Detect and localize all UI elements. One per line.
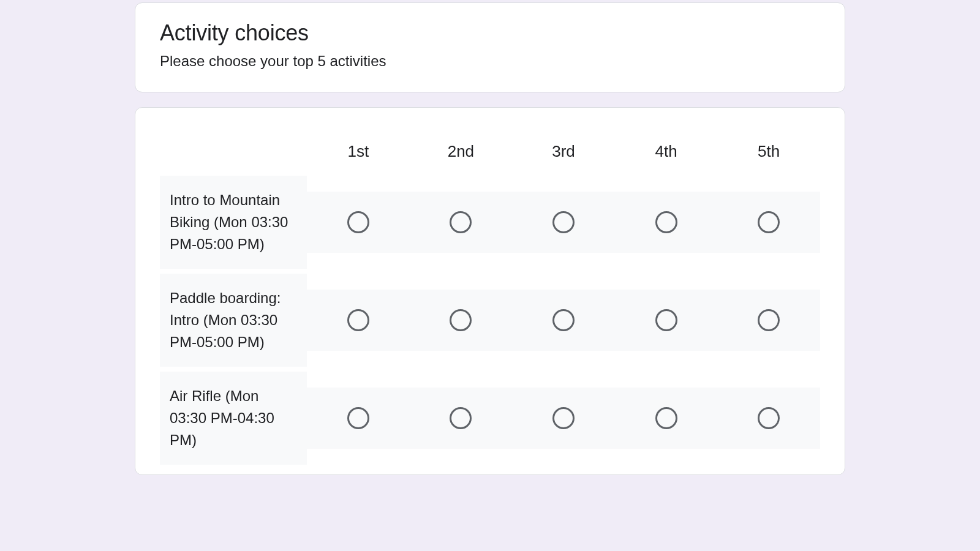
radio-cell bbox=[615, 192, 718, 253]
radio-button[interactable] bbox=[552, 211, 575, 233]
radio-cell bbox=[512, 192, 615, 253]
section-description: Please choose your top 5 activities bbox=[160, 53, 820, 70]
radio-button[interactable] bbox=[347, 407, 369, 429]
radio-cell bbox=[615, 388, 718, 449]
radio-cell bbox=[410, 290, 513, 351]
radio-button[interactable] bbox=[758, 407, 780, 429]
section-header-card: Activity choices Please choose your top … bbox=[135, 2, 845, 92]
radio-button[interactable] bbox=[758, 211, 780, 233]
radio-cell bbox=[615, 290, 718, 351]
radio-cell bbox=[307, 290, 410, 351]
row-label: Intro to Mountain Biking (Mon 03:30 PM-0… bbox=[160, 176, 307, 269]
radio-cell bbox=[717, 290, 820, 351]
radio-cell bbox=[307, 388, 410, 449]
column-header-5th: 5th bbox=[717, 135, 820, 176]
radio-button[interactable] bbox=[347, 211, 369, 233]
question-grid-card: 1st 2nd 3rd 4th 5th Intro to Mountain Bi… bbox=[135, 107, 845, 475]
row-label: Air Rifle (Mon 03:30 PM-04:30 PM) bbox=[160, 372, 307, 465]
radio-button[interactable] bbox=[655, 309, 677, 331]
column-header-4th: 4th bbox=[615, 135, 718, 176]
radio-button[interactable] bbox=[655, 407, 677, 429]
radio-button[interactable] bbox=[450, 407, 472, 429]
radio-cell bbox=[512, 290, 615, 351]
column-header-3rd: 3rd bbox=[512, 135, 615, 176]
radio-button[interactable] bbox=[552, 309, 575, 331]
radio-button[interactable] bbox=[450, 211, 472, 233]
choice-grid: 1st 2nd 3rd 4th 5th Intro to Mountain Bi… bbox=[160, 135, 820, 470]
radio-button[interactable] bbox=[552, 407, 575, 429]
column-header-1st: 1st bbox=[307, 135, 410, 176]
radio-cell bbox=[410, 388, 513, 449]
radio-cell bbox=[717, 388, 820, 449]
radio-button[interactable] bbox=[450, 309, 472, 331]
radio-button[interactable] bbox=[758, 309, 780, 331]
radio-cell bbox=[410, 192, 513, 253]
radio-cell bbox=[307, 192, 410, 253]
radio-button[interactable] bbox=[655, 211, 677, 233]
column-header-2nd: 2nd bbox=[410, 135, 513, 176]
radio-button[interactable] bbox=[347, 309, 369, 331]
row-label: Paddle boarding: Intro (Mon 03:30 PM-05:… bbox=[160, 274, 307, 367]
radio-cell bbox=[717, 192, 820, 253]
radio-cell bbox=[512, 388, 615, 449]
section-title: Activity choices bbox=[160, 19, 820, 48]
